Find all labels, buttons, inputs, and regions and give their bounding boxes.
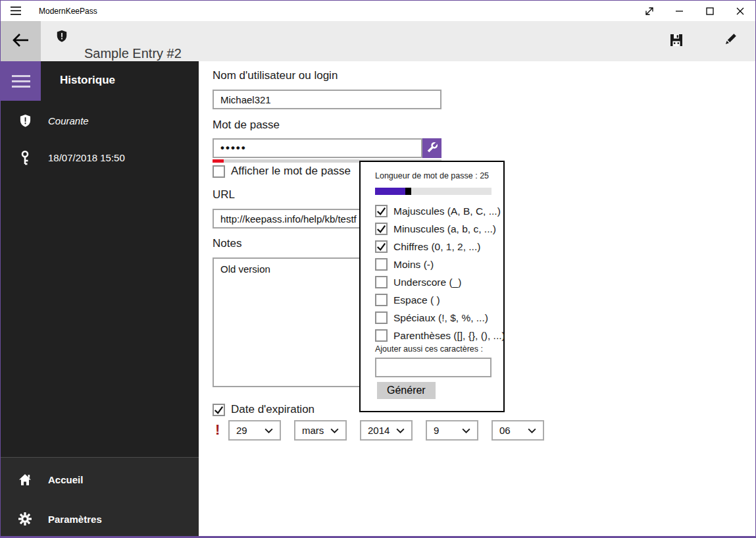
generator-options: Majuscules (A, B, C, ...) Minuscules (a,… — [375, 205, 505, 342]
checkmark-icon — [376, 224, 386, 234]
window-controls — [634, 1, 755, 21]
minimize-icon[interactable] — [665, 1, 695, 21]
chevron-down-icon — [528, 428, 536, 433]
option-brackets[interactable]: Parenthèses ([], {}, (), ...) — [375, 329, 505, 342]
username-input[interactable] — [213, 90, 441, 109]
sidebar-footer: Accueil Paramètres — [1, 457, 199, 536]
chevron-down-icon — [462, 428, 470, 433]
expiration-row: Date d'expiration — [213, 403, 315, 416]
chevron-down-icon — [330, 428, 339, 433]
expiration-minute-select[interactable]: 06 — [491, 420, 544, 441]
page-title: Sample Entry #2 — [84, 46, 182, 61]
edit-button[interactable] — [717, 28, 743, 55]
resize-diagonal-icon[interactable] — [634, 1, 665, 21]
shield-exclamation-icon — [18, 114, 32, 128]
option-uppercase[interactable]: Majuscules (A, B, C, ...) — [375, 205, 505, 217]
back-button[interactable] — [1, 21, 41, 61]
expiration-hour-select[interactable]: 9 — [426, 420, 478, 441]
shield-exclamation-icon — [56, 30, 68, 45]
gear-icon — [18, 512, 32, 525]
maximize-icon[interactable] — [695, 1, 725, 21]
password-length-label: Longueur de mot de passe : 25 — [375, 171, 489, 180]
checkmark-icon — [376, 242, 386, 252]
sidebar-item-settings[interactable]: Paramètres — [1, 506, 199, 532]
checkmark-icon — [376, 206, 386, 216]
sidebar-item-history-entry[interactable]: 18/07/2018 15:50 — [1, 144, 199, 171]
checkbox[interactable] — [375, 329, 388, 342]
checkbox[interactable] — [375, 311, 388, 324]
password-generator-popup: Longueur de mot de passe : 25 Majuscules… — [359, 161, 505, 412]
sidebar-hamburger-button[interactable] — [1, 61, 41, 101]
password-input[interactable] — [213, 138, 422, 158]
checkbox[interactable] — [375, 240, 388, 253]
option-underscore[interactable]: Underscore (_) — [375, 276, 505, 288]
expiration-warning: ! — [215, 421, 220, 439]
header-actions — [663, 21, 743, 61]
slider-fill — [375, 188, 405, 195]
sidebar-item-label: Paramètres — [48, 514, 102, 525]
checkbox[interactable] — [375, 258, 388, 271]
window-title: ModernKeePass — [39, 7, 97, 16]
custom-chars-input[interactable] — [375, 358, 491, 377]
option-lowercase[interactable]: Minuscules (a, b, c, ...) — [375, 223, 505, 235]
save-button[interactable] — [663, 28, 690, 55]
option-digits[interactable]: Chiffres (0, 1, 2, ...) — [375, 240, 505, 253]
chevron-down-icon — [396, 428, 405, 433]
close-icon[interactable] — [725, 1, 755, 21]
sidebar-item-current[interactable]: Courante — [1, 107, 199, 134]
expiration-label: Date d'expiration — [231, 403, 315, 416]
checkbox[interactable] — [375, 205, 388, 217]
expiration-checkbox[interactable] — [213, 404, 225, 416]
save-icon — [669, 33, 684, 49]
expiration-month-select[interactable]: mars — [294, 420, 347, 441]
sidebar-item-label: Accueil — [48, 474, 83, 485]
option-special[interactable]: Spéciaux (!, $, %, ...) — [375, 311, 505, 324]
show-password-label: Afficher le mot de passe — [231, 165, 351, 178]
title-bar: ModernKeePass — [1, 1, 755, 21]
hamburger-icon — [12, 75, 30, 77]
option-minus[interactable]: Moins (-) — [375, 258, 505, 271]
password-generator-button[interactable] — [422, 138, 441, 158]
sidebar-item-label: 18/07/2018 15:50 — [48, 152, 125, 163]
home-icon — [18, 473, 32, 486]
generate-button[interactable]: Générer — [377, 382, 436, 399]
checkbox[interactable] — [375, 276, 388, 288]
app-header: Sample Entry #2 sample — [1, 21, 755, 61]
sidebar: Historique Courante 18/07/2018 15:50 Acc… — [1, 61, 199, 536]
app-window: ModernKeePass Sample Entry #2 — [0, 0, 756, 538]
sidebar-heading: Historique — [60, 74, 115, 87]
hamburger-icon[interactable] — [1, 1, 31, 21]
show-password-checkbox[interactable] — [213, 165, 225, 178]
edit-pencil-icon — [722, 32, 738, 50]
slider-thumb[interactable] — [405, 188, 411, 195]
sidebar-item-label: Courante — [48, 115, 89, 126]
key-icon — [18, 150, 32, 165]
password-length-slider[interactable] — [375, 188, 491, 195]
wrench-icon — [426, 142, 438, 155]
checkbox[interactable] — [375, 294, 388, 306]
checkbox[interactable] — [375, 223, 388, 235]
username-label: Nom d'utilisateur ou login — [213, 69, 338, 82]
option-space[interactable]: Espace ( ) — [375, 294, 505, 306]
checkmark-icon — [214, 405, 224, 415]
show-password-row: Afficher le mot de passe — [213, 165, 351, 178]
chevron-down-icon — [265, 428, 273, 433]
expiration-year-select[interactable]: 2014 — [360, 420, 413, 441]
password-label: Mot de passe — [213, 119, 280, 132]
custom-chars-label: Ajouter aussi ces caractères : — [375, 344, 483, 354]
back-arrow-icon — [13, 33, 30, 49]
notes-label: Notes — [213, 237, 241, 250]
expiration-day-select[interactable]: 29 — [228, 420, 281, 441]
url-label: URL — [213, 188, 235, 202]
sidebar-item-home[interactable]: Accueil — [1, 466, 199, 493]
